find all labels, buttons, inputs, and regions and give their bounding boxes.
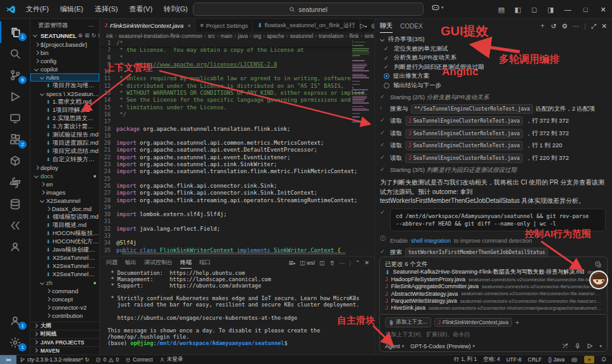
section-MAVEN[interactable]: MAVEN — [30, 346, 99, 355]
context-file-chip[interactable]: J FlinkSinkWriterContext.java — [434, 318, 513, 327]
tree-item[interactable]: bin — [30, 49, 99, 57]
chat-chip[interactable]: testWorkerIsFirstMemberThenGetJobDetailS… — [405, 248, 549, 257]
chat-chip[interactable]: **/SeaTunnelEngineClusterRoleTest.java — [411, 104, 533, 114]
chat-step[interactable]: ✓Starting (3/5) 判断是行为回归还是测试假设过期 — [380, 166, 606, 174]
changed-file-row[interactable]: JFileSinkAggregatedCommitter.javaseatunn… — [385, 283, 602, 290]
panel-tab-调试控制台[interactable]: 调试控制台 — [144, 257, 173, 269]
close-icon[interactable]: ✕ — [601, 22, 607, 30]
close-icon[interactable]: ✕ — [594, 0, 612, 19]
maximize-icon[interactable]: □ — [577, 0, 594, 19]
model-dropdown[interactable]: GPT-5-Codex (Preview)▾ — [410, 343, 475, 349]
ai-extension-icon[interactable]: ✦ — [584, 356, 594, 363]
activity-remote-explorer[interactable] — [0, 107, 30, 129]
breadcrumb-item[interactable]: sink — [364, 33, 374, 39]
trash-icon[interactable] — [329, 260, 335, 266]
menu-item[interactable]: 查看(V) — [124, 3, 157, 16]
agent-mode-dropdown[interactable]: Agent▾ — [385, 343, 404, 349]
tree-item[interactable]: ⬇X2SeaTunnel开发和使用... — [30, 262, 99, 270]
chat-chip[interactable]: JSeaTunnelEngineClusterRoleTest.java — [405, 154, 523, 163]
new-folder-icon[interactable]: ⊞ — [85, 32, 90, 39]
breadcrumb-item[interactable]: main — [221, 33, 232, 39]
menu-item[interactable]: 选择(S) — [90, 3, 123, 16]
tree-item[interactable]: en — [30, 180, 99, 188]
mic-icon[interactable] — [574, 343, 581, 349]
terminal-profile-icon[interactable]: ◫ wsl — [300, 260, 315, 266]
activity-settings[interactable]: 1 — [0, 332, 30, 353]
minimap[interactable] — [352, 40, 371, 123]
changed-file-row[interactable]: ⬇Seatunnel-Kafka2Hive-Streaming-Flink-数据… — [385, 269, 602, 276]
activity-chat-extension[interactable] — [0, 236, 30, 258]
menu-item[interactable]: 文件(F) — [21, 3, 54, 16]
more-actions-icon[interactable]: ··· — [573, 22, 580, 30]
status-item[interactable]: UTF-8 — [503, 356, 525, 363]
chat-tab-CODEX[interactable]: CODEX — [400, 19, 423, 33]
tree-item[interactable]: docs — [30, 172, 99, 180]
tree-item[interactable]: ⬇Java模块创建建议.md — [30, 246, 99, 254]
activity-search[interactable] — [0, 43, 30, 64]
git-branch-status[interactable]: cty-2.3.9-1.3.2-release* ↻ — [16, 356, 92, 363]
chat-input-placeholder[interactable]: 添加上下文(#)、扩展(@)、命令(/) — [385, 331, 602, 339]
changed-file-row[interactable]: JHadoopFileSystemProxy.javaseatunnel-con… — [385, 276, 602, 283]
command-center-search[interactable]: seatunnel — [193, 3, 424, 16]
status-item[interactable]: 行 1, 列 1 — [451, 356, 480, 363]
breadcrumb-item[interactable]: apache — [267, 33, 285, 39]
history-icon[interactable]: ↺ — [551, 22, 556, 30]
tree-item[interactable]: DataX_doc.md — [30, 205, 99, 213]
tree-item[interactable]: ⬇HOCON模板技术设计文档... — [30, 229, 99, 238]
activity-extensions[interactable]: 2 — [0, 129, 30, 150]
breadcrumb-item[interactable]: src — [208, 33, 215, 39]
chat-step[interactable]: ✓搜索 testWorkerIsFirstMemberThenGetJobDet… — [380, 248, 606, 257]
chat-thread[interactable]: 待办事项(3/5)✓定位失败的单元测试✓分析失败与PR改动关系✓判断是行为回归还… — [375, 33, 612, 257]
maximize-panel-icon[interactable]: ⌃ — [355, 260, 360, 266]
tree-item[interactable]: command — [30, 287, 99, 295]
sync-icon[interactable]: ↻ — [85, 356, 89, 363]
problems-status[interactable]: 0 0 — [92, 356, 121, 363]
layout-sidebar-right-icon[interactable]: ◨ — [542, 6, 559, 14]
activity-explorer[interactable]: 1 — [0, 21, 30, 43]
run-java-icon[interactable]: ▷▾ — [360, 22, 367, 29]
activity-collapse[interactable] — [0, 215, 30, 236]
horizontal-scrollbar[interactable] — [121, 252, 346, 255]
add-context-chip[interactable]: 添加上下文... — [385, 317, 431, 327]
breadcrumb-item[interactable]: seatunnel — [290, 33, 314, 39]
status-item[interactable]: CRLF — [525, 356, 545, 363]
breadcrumb-item[interactable]: flink — [349, 33, 358, 39]
breadcrumb-item[interactable]: ink — [106, 33, 113, 39]
expand-icon[interactable]: ⤢ — [591, 22, 596, 30]
chat-input-box[interactable]: 添加上下文... J FlinkSinkWriterContext.java +… — [379, 314, 608, 352]
activity-run-debug[interactable] — [0, 86, 30, 107]
panel-tab-终端[interactable]: 终端 — [180, 257, 192, 269]
status-item[interactable]: {} Java — [545, 356, 568, 363]
menu-item[interactable]: 编辑(E) — [55, 3, 89, 16]
panel-tab-端口[interactable]: 端口 — [199, 257, 211, 269]
remote-indicator[interactable]: >< — [0, 355, 16, 364]
tree-item[interactable]: ⬇测试验证报告.md — [30, 131, 99, 139]
breadcrumb[interactable]: ink›seatunnel-translation-flink-common›s… — [100, 32, 374, 40]
activity-source-control[interactable]: 6 — [0, 64, 30, 86]
new-chat-icon[interactable]: ＋ — [539, 21, 546, 30]
more-actions-icon[interactable]: ··· — [89, 22, 95, 29]
new-terminal-icon[interactable]: ⊞▾ — [288, 260, 295, 266]
send-icon[interactable] — [587, 343, 594, 349]
tree-item[interactable]: zh — [30, 279, 99, 287]
breadcrumb-item[interactable]: translation — [319, 33, 343, 39]
panel-tab-问题[interactable]: 问题 — [106, 257, 118, 269]
tree-item[interactable]: specs \ X2Seatunnel — [30, 90, 99, 98]
chat-step[interactable]: ✓读取 JSeaTunnelEngineClusterRoleTest.java… — [380, 141, 606, 150]
tree-item[interactable]: concept — [30, 295, 99, 303]
todo-item[interactable]: ✓判断是行为回归还是测试假设过期 — [380, 63, 606, 72]
section-大纲[interactable]: 大纲 — [30, 322, 99, 330]
copilot-menu[interactable]: ▾ — [431, 4, 444, 11]
diff-multiple-icon[interactable] — [595, 261, 602, 268]
changed-file-row[interactable]: JHiveSink.javaseatunnel-connectors-v2\co… — [385, 305, 602, 312]
close-panel-icon[interactable]: ✕ — [364, 260, 369, 266]
new-file-icon[interactable]: ⊕ — [78, 32, 83, 39]
tree-item[interactable]: ⬇项目概述.md — [30, 221, 99, 229]
chat-chip[interactable]: JSeaTunnelEngineClusterRoleTest.java — [405, 141, 523, 150]
tree-item[interactable]: ⬇1.需求文档.md — [30, 98, 99, 106]
chat-step[interactable]: ✓读取 JSeaTunnelEngineClusterRoleTest.java… — [380, 154, 606, 163]
tree-item[interactable]: ⬇3.方案设计需求文档.md — [30, 123, 99, 131]
login-status[interactable]: 未登录 — [156, 356, 187, 363]
layout-panel-icon[interactable]: ◻ — [526, 6, 542, 14]
connect-status[interactable]: Connect — [122, 356, 156, 363]
